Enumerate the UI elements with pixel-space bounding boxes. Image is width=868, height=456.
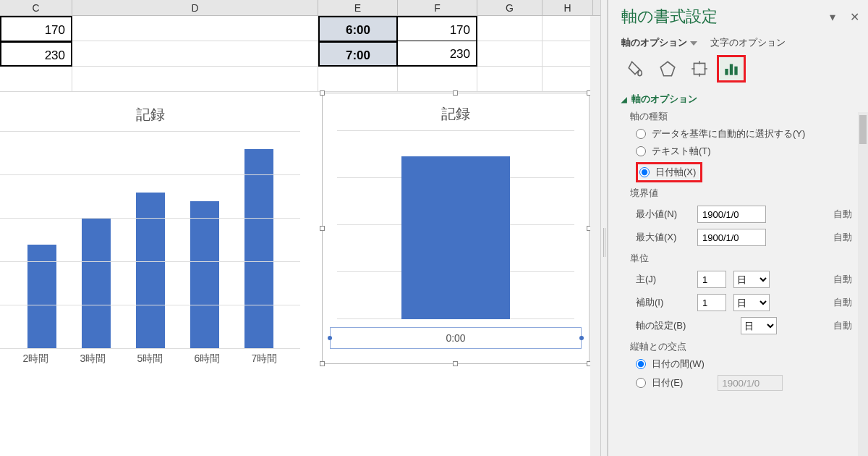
cell-h2[interactable] (542, 41, 593, 67)
chart-left-plot (0, 132, 300, 349)
minor-auto-label[interactable]: 自動 (833, 296, 852, 309)
chart-right-axis-selection[interactable]: 0:00 (330, 327, 582, 349)
cell-d1[interactable] (72, 16, 318, 41)
col-header-g[interactable]: G (477, 0, 542, 15)
worksheet-area[interactable]: C D E F G H 170 6:00 170 230 7:00 230 (0, 0, 600, 456)
min-value-input[interactable] (697, 206, 766, 223)
resize-handle[interactable] (320, 90, 325, 96)
cell-e1[interactable]: 6:00 (318, 16, 398, 41)
cell-grid[interactable]: 170 6:00 170 230 7:00 230 (0, 16, 600, 92)
axis-setting-row: 軸の設定(B) 日 自動 (636, 317, 859, 334)
col-header-f[interactable]: F (398, 0, 477, 15)
col-header-e[interactable]: E (318, 0, 398, 15)
max-value-input[interactable] (697, 229, 766, 246)
major-unit-select[interactable]: 日 (733, 271, 770, 288)
close-icon[interactable]: ✕ (850, 10, 859, 24)
tab-axis-options[interactable]: 軸のオプション (621, 37, 697, 48)
pane-tabs: 軸のオプション 文字のオプション (621, 36, 859, 49)
major-value-input[interactable] (697, 271, 726, 288)
cell-g3[interactable] (477, 67, 542, 92)
chart-right-xlabel: 0:00 (331, 332, 581, 344)
cell-f2[interactable]: 230 (398, 41, 477, 67)
cell-h1[interactable] (542, 16, 593, 41)
max-auto-label[interactable]: 自動 (833, 231, 852, 244)
pane-title: 軸の書式設定 (621, 6, 718, 28)
axis-setting-select[interactable]: 日 (741, 317, 777, 334)
cell-g1[interactable] (477, 16, 542, 41)
col-header-c[interactable]: C (0, 0, 72, 15)
fill-line-icon[interactable] (621, 55, 650, 83)
radio-cross-date-input[interactable] (636, 378, 646, 388)
bounds-label: 境界値 (630, 187, 859, 200)
svg-rect-2 (725, 69, 728, 75)
scrollbar-thumb[interactable] (859, 115, 867, 144)
max-bound-row: 最大値(X) 自動 (636, 229, 859, 246)
axis-handle[interactable] (579, 336, 584, 340)
chart-left-title: 記録 (0, 105, 300, 124)
tab-text-options[interactable]: 文字のオプション (710, 37, 786, 48)
radio-auto-select[interactable]: データを基準に自動的に選択する(Y) (636, 127, 859, 140)
major-label: 主(J) (636, 273, 690, 286)
col-header-d[interactable]: D (72, 0, 318, 15)
chart-right-plot (337, 131, 574, 319)
pane-icon-tabs (621, 55, 859, 83)
major-auto-label[interactable]: 自動 (833, 273, 852, 286)
axis-options-icon[interactable] (717, 55, 746, 83)
major-unit-row: 主(J) 日 自動 (636, 271, 859, 288)
radio-date-label[interactable]: 日付軸(X) (655, 166, 696, 179)
svg-rect-3 (730, 64, 733, 75)
cell-d3[interactable] (72, 67, 318, 92)
col-header-h[interactable]: H (542, 0, 593, 15)
cell-g2[interactable] (477, 41, 542, 67)
minor-value-input[interactable] (697, 294, 726, 311)
radio-cross-date[interactable]: 日付(E) (636, 375, 859, 391)
chart-right-title: 記録 (323, 104, 589, 124)
min-label: 最小値(N) (636, 208, 690, 221)
resize-handle[interactable] (320, 226, 325, 231)
radio-text-input[interactable] (636, 146, 646, 156)
cell-f3[interactable] (398, 67, 477, 92)
sheet-scrollbar-vertical[interactable] (590, 16, 600, 456)
minor-unit-select[interactable]: 日 (733, 294, 770, 311)
resize-handle[interactable] (453, 361, 458, 366)
chart-left-bar (244, 149, 273, 349)
chart-left-xaxis: 2時間 3時間 5時間 6時間 7時間 (0, 349, 300, 369)
format-axis-pane: 軸の書式設定 ▾ ✕ 軸のオプション 文字のオプション 軸のオプション 軸の種類… (608, 0, 868, 456)
cell-h3[interactable] (542, 67, 593, 92)
minor-label: 補助(I) (636, 296, 690, 309)
radio-date-input[interactable] (639, 167, 650, 177)
chart-left[interactable]: 記録 2時間 3時間 5時間 6時間 7時間 (0, 105, 300, 373)
cell-c1[interactable]: 170 (0, 16, 72, 41)
min-auto-label[interactable]: 自動 (833, 208, 852, 221)
pane-dropdown-icon[interactable]: ▾ (830, 10, 835, 24)
axis-setting-label: 軸の設定(B) (636, 319, 697, 332)
radio-auto-input[interactable] (636, 129, 646, 139)
chart-right-bar (401, 156, 510, 319)
section-axis-options[interactable]: 軸のオプション (621, 93, 859, 106)
radio-cross-between[interactable]: 日付の間(W) (636, 358, 859, 371)
cell-c2[interactable]: 230 (0, 41, 72, 67)
chart-left-bar (27, 245, 56, 349)
resize-handle[interactable] (320, 361, 325, 366)
axis-type-label: 軸の種類 (630, 110, 859, 123)
cell-e3[interactable] (318, 67, 398, 92)
resize-handle[interactable] (453, 90, 458, 96)
min-bound-row: 最小値(N) 自動 (636, 206, 859, 223)
axis-setting-auto-label[interactable]: 自動 (833, 319, 852, 332)
units-label: 単位 (630, 252, 859, 265)
cell-c3[interactable] (0, 67, 72, 92)
size-properties-icon[interactable] (685, 55, 714, 83)
pane-scrollbar-vertical[interactable] (858, 112, 868, 456)
axis-handle[interactable] (328, 336, 332, 340)
radio-cross-between-input[interactable] (636, 359, 646, 369)
pane-splitter[interactable] (600, 0, 608, 456)
radio-text-axis[interactable]: テキスト軸(T) (636, 145, 859, 158)
chart-right[interactable]: 記録 0:00 (322, 93, 590, 364)
svg-marker-0 (660, 62, 675, 76)
effects-icon[interactable] (653, 55, 682, 83)
cell-e2[interactable]: 7:00 (318, 41, 398, 67)
cell-f1[interactable]: 170 (398, 16, 477, 41)
cross-date-value-input (718, 375, 783, 391)
cell-d2[interactable] (72, 41, 318, 67)
radio-date-axis-highlight: 日付軸(X) (636, 162, 859, 182)
